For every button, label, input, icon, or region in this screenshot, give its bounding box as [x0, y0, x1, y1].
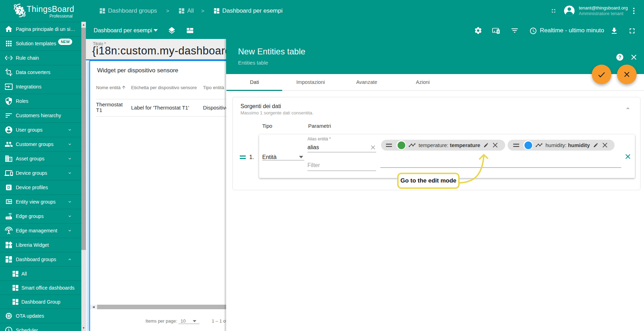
- svg-text:D: D: [7, 185, 10, 190]
- svg-text:?: ?: [18, 8, 21, 14]
